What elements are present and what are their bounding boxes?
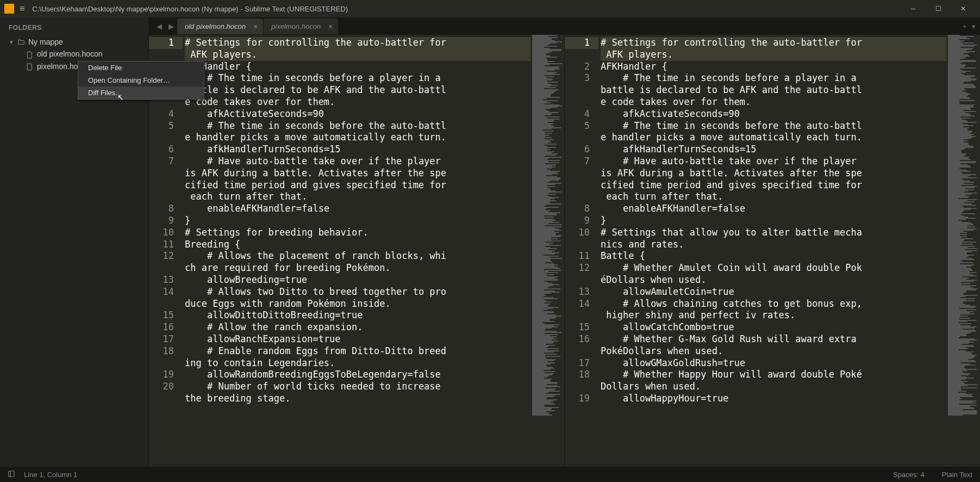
file-label: old pixelmon.hocon — [37, 50, 103, 58]
gutter: 12345678910111213141516171819 — [565, 35, 598, 467]
svg-rect-0 — [9, 471, 15, 477]
context-menu: Delete File Open Containing Folder… Diff… — [78, 61, 204, 100]
editor-pane-right[interactable]: 12345678910111213141516171819 # Settings… — [565, 35, 980, 467]
tab-label: pixelmon.hocon — [271, 22, 321, 30]
app-logo — [4, 4, 14, 14]
close-button[interactable]: ✕ — [951, 0, 976, 17]
close-icon[interactable]: × — [253, 22, 258, 31]
window-title: C:\Users\Kehaan\Desktop\Ny mappe\pixelmo… — [32, 5, 901, 13]
indentation-setting[interactable]: Spaces: 4 — [893, 471, 925, 479]
file-icon — [26, 62, 34, 71]
menu-icon[interactable]: ≡ — [20, 4, 24, 14]
folder-item[interactable]: ▾ Ny mappe — [0, 36, 148, 48]
context-open-folder[interactable]: Open Containing Folder… — [78, 74, 204, 86]
nav-forward-icon[interactable]: ▶ — [165, 22, 177, 30]
editor-pane-left[interactable]: 1234567891011121314151617181920 # Settin… — [149, 35, 565, 467]
file-icon — [26, 50, 34, 58]
tab-bar: ◀ ▶ old pixelmon.hocon × pixelmon.hocon … — [149, 17, 980, 35]
statusbar: Line 1, Column 1 Spaces: 4 Plain Text — [0, 467, 980, 482]
close-icon[interactable]: × — [328, 22, 333, 31]
code-content[interactable]: # Settings for controlling the auto-batt… — [183, 35, 530, 467]
folder-icon — [17, 38, 25, 46]
new-tab-icon[interactable]: + — [962, 22, 966, 30]
tab-pixelmon[interactable]: pixelmon.hocon × — [264, 18, 338, 34]
sidebar: FOLDERS ▾ Ny mappe old pixelmon.hocon pi… — [0, 17, 149, 467]
minimap[interactable] — [530, 35, 564, 467]
folders-header: FOLDERS — [0, 17, 148, 36]
nav-back-icon[interactable]: ◀ — [153, 22, 165, 30]
tab-old-pixelmon[interactable]: old pixelmon.hocon × — [177, 18, 263, 34]
code-content[interactable]: # Settings for controlling the auto-batt… — [598, 35, 946, 467]
minimap[interactable] — [946, 35, 980, 467]
syntax-setting[interactable]: Plain Text — [942, 471, 972, 479]
context-delete-file[interactable]: Delete File — [78, 61, 204, 74]
panel-icon[interactable] — [8, 470, 15, 479]
titlebar: ≡ C:\Users\Kehaan\Desktop\Ny mappe\pixel… — [0, 0, 980, 17]
file-item[interactable]: old pixelmon.hocon — [0, 48, 148, 60]
maximize-button[interactable]: ☐ — [926, 0, 951, 17]
tab-label: old pixelmon.hocon — [185, 22, 246, 30]
gutter: 1234567891011121314151617181920 — [149, 35, 183, 467]
cursor-icon: ↖ — [117, 93, 124, 102]
collapse-icon[interactable]: ▾ — [10, 39, 17, 46]
folder-label: Ny mappe — [28, 38, 63, 46]
context-diff-files[interactable]: Diff Files… — [78, 86, 204, 99]
cursor-position[interactable]: Line 1, Column 1 — [24, 471, 77, 479]
minimize-button[interactable]: ─ — [901, 0, 926, 17]
editor-area: ◀ ▶ old pixelmon.hocon × pixelmon.hocon … — [149, 17, 980, 467]
tabs-dropdown-icon[interactable]: ▾ — [972, 22, 976, 30]
